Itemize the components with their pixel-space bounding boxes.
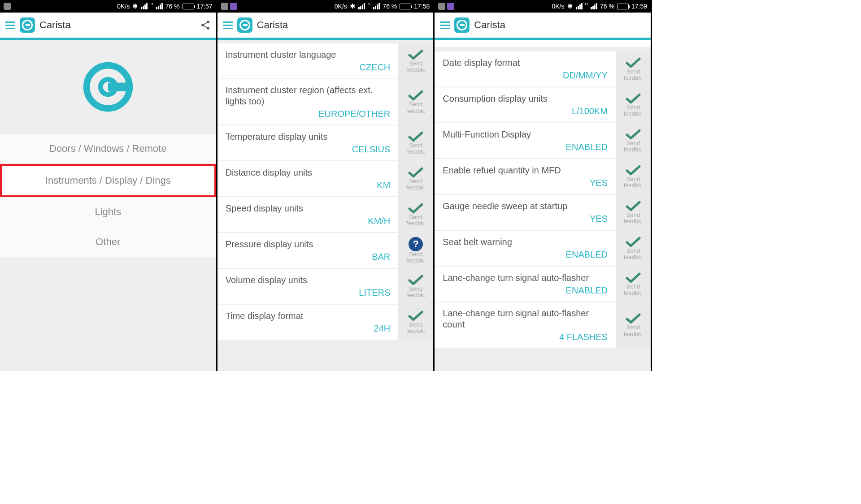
check-icon: [408, 90, 424, 101]
setting-label: Lane-change turn signal auto-flasher: [443, 272, 608, 284]
menu-icon[interactable]: [223, 22, 233, 29]
app-bar: Carista: [435, 13, 651, 38]
setting-label: Speed display units: [226, 203, 391, 214]
notification-icon-2: [230, 3, 237, 10]
feedback-label: Sendfeedbk.: [624, 248, 643, 261]
feedback-button[interactable]: Sendfeedbk.: [398, 305, 433, 340]
settings-list[interactable]: Instrument cluster languageCZECHSendfeed…: [217, 40, 434, 371]
setting-row[interactable]: Speed display unitsKM/HSendfeedbk.: [217, 197, 434, 232]
setting-label: Temperature display units: [226, 131, 391, 142]
setting-row[interactable]: Lane-change turn signal auto-flasher cou…: [435, 302, 651, 348]
menu-icon[interactable]: [5, 22, 15, 29]
feedback-button[interactable]: Sendfeedbk.: [398, 125, 433, 160]
prev-row-peek[interactable]: [435, 40, 651, 47]
feedback-button[interactable]: Sendfeedbk.: [616, 123, 651, 158]
check-icon: [408, 310, 424, 322]
setting-row[interactable]: Consumption display unitsL/100KMSendfeed…: [435, 87, 651, 122]
setting-value: DD/MM/YY: [443, 70, 608, 81]
battery-percent: 76 %: [600, 3, 614, 10]
setting-label: Distance display units: [226, 167, 391, 178]
feedback-button[interactable]: Sendfeedbk.: [616, 195, 651, 230]
feedback-label: Sendfeedbk.: [624, 69, 643, 82]
network-speed: 0K/s: [335, 3, 347, 10]
carista-logo-icon: [81, 60, 135, 114]
setting-label: Consumption display units: [443, 93, 608, 104]
setting-label: Volume display units: [226, 275, 391, 286]
setting-row[interactable]: Enable refuel quantity in MFDYESSendfeed…: [435, 159, 651, 194]
signal-icon: [141, 3, 148, 9]
check-icon: [408, 274, 424, 286]
menu-item-lights[interactable]: Lights: [0, 197, 216, 227]
signal-icon-2: [591, 3, 597, 9]
app-title: Carista: [257, 19, 428, 31]
clock: 17:58: [414, 3, 430, 10]
feedback-button[interactable]: Sendfeedbk.: [616, 231, 651, 266]
feedback-button[interactable]: Sendfeedbk.: [616, 267, 651, 302]
setting-value: CELSIUS: [226, 144, 391, 155]
feedback-label: Sendfeedbk.: [624, 324, 643, 337]
signal-h-label: H: [585, 2, 588, 6]
feedback-button[interactable]: Sendfeedbk.: [616, 52, 651, 86]
feedback-button[interactable]: Sendfeedbk.: [616, 159, 651, 194]
check-icon: [625, 272, 641, 284]
feedback-button[interactable]: Sendfeedbk.: [616, 87, 651, 122]
setting-row[interactable]: Gauge needle sweep at startupYESSendfeed…: [435, 195, 651, 230]
check-icon: [625, 57, 641, 69]
setting-row[interactable]: Date display formatDD/MM/YYSendfeedbk.: [435, 52, 651, 86]
menu-item-doors[interactable]: Doors / Windows / Remote: [0, 134, 216, 164]
setting-label: Instrument cluster region (affects ext. …: [226, 85, 391, 107]
battery-icon: [183, 4, 194, 9]
settings-list[interactable]: Date display formatDD/MM/YYSendfeedbk.Co…: [435, 40, 651, 371]
feedback-label: Sendfeedbk.: [624, 104, 643, 117]
bluetooth-icon: ✱: [132, 2, 138, 10]
feedback-button[interactable]: ?Sendfeedbk.: [398, 233, 433, 268]
setting-value: CZECH: [226, 62, 391, 73]
notification-icon: [438, 3, 445, 10]
setting-row[interactable]: Distance display unitsKMSendfeedbk.: [217, 161, 434, 196]
check-icon: [408, 202, 424, 214]
menu-item-instruments[interactable]: Instruments / Display / Dings: [0, 164, 216, 197]
setting-row[interactable]: Temperature display unitsCELSIUSSendfeed…: [217, 125, 434, 160]
help-icon: ?: [409, 237, 423, 251]
setting-row[interactable]: Instrument cluster region (affects ext. …: [217, 79, 434, 125]
setting-row[interactable]: Pressure display unitsBAR?Sendfeedbk.: [217, 233, 434, 268]
app-title: Carista: [39, 19, 196, 31]
notification-icon: [221, 3, 228, 10]
feedback-button[interactable]: Sendfeedbk.: [398, 269, 433, 304]
feedback-button[interactable]: Sendfeedbk.: [398, 197, 433, 232]
setting-value: YES: [443, 214, 608, 224]
setting-row[interactable]: Lane-change turn signal auto-flasherENAB…: [435, 267, 651, 302]
bluetooth-icon: ✱: [567, 2, 573, 10]
feedback-button[interactable]: Sendfeedbk.: [398, 79, 433, 125]
notification-icon: [4, 3, 11, 10]
feedback-button[interactable]: Sendfeedbk.: [616, 302, 651, 348]
setting-label: Gauge needle sweep at startup: [443, 201, 608, 212]
setting-value: EUROPE/OTHER: [226, 109, 391, 119]
feedback-label: Sendfeedbk.: [406, 60, 426, 73]
feedback-button[interactable]: Sendfeedbk.: [398, 161, 433, 196]
menu-icon[interactable]: [440, 22, 450, 29]
menu-item-other[interactable]: Other: [0, 227, 216, 257]
content-area: Doors / Windows / Remote Instruments / D…: [0, 40, 216, 371]
share-icon[interactable]: [200, 20, 211, 30]
feedback-label: Sendfeedbk.: [406, 101, 426, 114]
battery-icon: [400, 4, 411, 9]
app-logo-icon: [20, 17, 35, 33]
setting-value: BAR: [226, 252, 391, 262]
setting-row[interactable]: Time display format24HSendfeedbk.: [217, 305, 434, 340]
setting-value: L/100KM: [443, 106, 608, 116]
setting-row[interactable]: Multi-Function DisplayENABLEDSendfeedbk.: [435, 123, 651, 158]
check-icon: [408, 49, 424, 60]
signal-icon-2: [373, 3, 380, 9]
setting-row[interactable]: Volume display unitsLITERSSendfeedbk.: [217, 269, 434, 304]
setting-label: Instrument cluster language: [226, 49, 391, 60]
clock: 17:57: [197, 3, 213, 10]
feedback-button[interactable]: Sendfeedbk.: [398, 43, 433, 78]
feedback-label: Sendfeedbk.: [624, 284, 643, 297]
setting-value: ENABLED: [443, 142, 608, 152]
setting-value: KM/H: [226, 216, 391, 226]
setting-row[interactable]: Instrument cluster languageCZECHSendfeed…: [217, 43, 434, 78]
feedback-label: Sendfeedbk.: [406, 214, 426, 227]
status-bar: 0K/s ✱ H 76 % 17:59: [435, 0, 651, 13]
setting-row[interactable]: Seat belt warningENABLEDSendfeedbk.: [435, 231, 651, 266]
